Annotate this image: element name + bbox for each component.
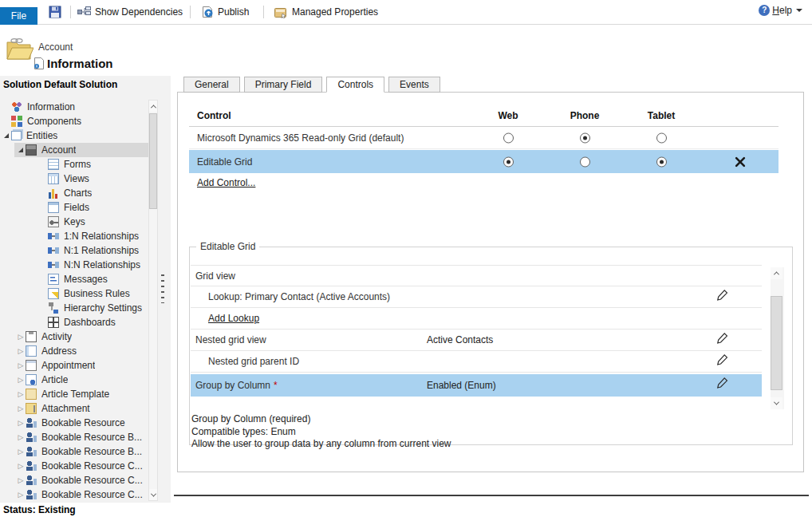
page-header: Account Information (0, 25, 812, 76)
entities-icon (11, 131, 22, 140)
expander-icon[interactable] (16, 419, 26, 427)
business-rules-icon (48, 288, 59, 299)
expander-icon[interactable] (16, 347, 26, 355)
expander-icon[interactable] (16, 491, 26, 499)
one-to-many-icon (48, 231, 59, 242)
edit-lookup-button[interactable] (715, 289, 733, 302)
toolbar-separator (263, 6, 264, 18)
scroll-down-button[interactable] (771, 397, 782, 409)
sidebar-item-forms[interactable]: Forms (0, 157, 148, 172)
property-row-grid-view[interactable]: Grid view (191, 265, 762, 286)
sidebar-item-activity[interactable]: Activity (0, 330, 148, 344)
web-radio-readonly-grid[interactable] (503, 132, 514, 143)
expander-icon[interactable] (16, 376, 26, 384)
tab-events[interactable]: Events (388, 77, 440, 93)
sidebar-item-appointment[interactable]: Appointment (0, 358, 148, 373)
tree-item-label: Article Template (41, 389, 109, 400)
sidebar-item-article-template[interactable]: Article Template (0, 387, 148, 401)
sidebar-item-keys[interactable]: Keys (0, 215, 148, 229)
tab-primary-field[interactable]: Primary Field (244, 77, 323, 93)
tab-controls[interactable]: Controls (326, 77, 384, 93)
phone-radio-readonly-grid[interactable] (580, 132, 590, 143)
remove-control-button[interactable] (735, 156, 747, 168)
sidebar-item-charts[interactable]: Charts (0, 186, 148, 200)
expander-icon[interactable] (2, 133, 11, 138)
sidebar-item-nn-relationships[interactable]: N:N Relationships (0, 258, 148, 272)
sidebar-item-bookable-resource-c1[interactable]: Bookable Resource C... (0, 459, 148, 473)
sidebar-item-article[interactable]: Article (0, 373, 148, 387)
expander-icon[interactable] (16, 433, 26, 441)
pencil-icon (715, 289, 729, 302)
control-row-editable-grid[interactable]: Editable Grid (189, 150, 778, 173)
managed-properties-button[interactable]: Managed Properties (274, 4, 378, 20)
sidebar-item-1n-relationships[interactable]: 1:N Relationships (0, 229, 148, 243)
expander-icon[interactable] (16, 390, 26, 398)
property-row-lookup[interactable]: Lookup: Primary Contact (Active Accounts… (191, 286, 762, 308)
hierarchy-settings-icon (48, 302, 59, 314)
splitter-grip[interactable] (161, 274, 164, 303)
expander-icon[interactable] (16, 361, 26, 369)
properties-scrollbar[interactable] (771, 267, 784, 409)
sidebar-item-dashboards[interactable]: Dashboards (0, 315, 148, 330)
scrollbar-thumb[interactable] (149, 113, 157, 209)
help-button[interactable]: Help (759, 5, 802, 16)
sidebar-item-bookable-resource[interactable]: Bookable Resource (0, 416, 148, 430)
sidebar-item-bookable-resource-b1[interactable]: Bookable Resource B... (0, 430, 148, 444)
sidebar-item-messages[interactable]: Messages (0, 272, 148, 286)
expander-icon[interactable] (16, 462, 26, 470)
tree-item-label: 1:N Relationships (64, 231, 139, 242)
sidebar-item-business-rules[interactable]: Business Rules (0, 286, 148, 301)
add-control-link[interactable]: Add Control... (197, 177, 255, 188)
expander-icon[interactable] (16, 333, 26, 341)
publish-button[interactable]: Publish (201, 4, 249, 20)
edit-nested-grid-parent-id-button[interactable] (715, 353, 733, 367)
sidebar-item-information[interactable]: Information (0, 100, 148, 114)
keys-icon (48, 216, 59, 227)
scroll-up-button[interactable] (149, 101, 157, 112)
file-menu-button[interactable]: File (0, 7, 37, 25)
tab-general[interactable]: General (183, 77, 240, 93)
sidebar-item-address[interactable]: Address (0, 344, 148, 358)
show-dependencies-button[interactable]: Show Dependencies (77, 4, 183, 20)
tablet-radio-editable-grid[interactable] (656, 156, 667, 167)
sidebar-item-bookable-resource-c2[interactable]: Bookable Resource C... (0, 473, 148, 487)
sidebar-scrollbar[interactable] (148, 100, 158, 501)
property-row-group-by-column[interactable]: Group by Column* Enabled (Enum) (191, 374, 762, 397)
add-lookup-link[interactable]: Add Lookup (195, 313, 259, 324)
expander-icon[interactable] (16, 448, 26, 456)
sidebar-item-fields[interactable]: Fields (0, 200, 148, 215)
tree-item-label: Business Rules (64, 288, 130, 299)
sidebar-item-hierarchy-settings[interactable]: Hierarchy Settings (0, 301, 148, 315)
caret-down-icon (796, 9, 802, 12)
sidebar-item-bookable-resource-c3[interactable]: Bookable Resource C... (0, 487, 148, 502)
expander-icon[interactable] (16, 148, 26, 152)
scrollbar-thumb[interactable] (771, 296, 782, 390)
sidebar-item-views[interactable]: Views (0, 172, 148, 186)
sidebar-item-attachment[interactable]: Attachment (0, 401, 148, 416)
sidebar-item-entities[interactable]: Entities (0, 128, 148, 143)
save-icon (48, 5, 62, 19)
phone-radio-editable-grid[interactable] (580, 156, 590, 167)
sidebar-item-bookable-resource-b2[interactable]: Bookable Resource B... (0, 444, 148, 459)
edit-nested-grid-view-button[interactable] (715, 332, 733, 345)
column-header-control: Control (197, 110, 231, 121)
tree-item-label: Hierarchy Settings (64, 302, 142, 314)
expander-icon[interactable] (16, 476, 26, 484)
save-button[interactable] (48, 4, 62, 20)
description-line: Group by Column (required) (191, 413, 451, 426)
help-label: Help (772, 5, 792, 16)
web-radio-editable-grid[interactable] (503, 156, 514, 167)
property-row-nested-grid-parent-id[interactable]: Nested grid parent ID (191, 351, 762, 373)
scroll-down-button[interactable] (149, 489, 157, 500)
attachment-icon (26, 403, 37, 414)
tablet-radio-readonly-grid[interactable] (656, 132, 667, 143)
scroll-up-button[interactable] (771, 267, 782, 279)
sidebar-item-components[interactable]: Components (0, 114, 148, 128)
sidebar-item-n1-relationships[interactable]: N:1 Relationships (0, 243, 148, 258)
sidebar-item-account[interactable]: Account (0, 143, 148, 157)
components-icon (11, 116, 22, 127)
edit-group-by-column-button[interactable] (715, 377, 733, 390)
expander-icon[interactable] (16, 405, 26, 412)
control-row-readonly-grid[interactable]: Microsoft Dynamics 365 Read-only Grid (d… (189, 127, 778, 149)
property-row-nested-grid-view[interactable]: Nested grid view Active Contacts (191, 330, 762, 351)
